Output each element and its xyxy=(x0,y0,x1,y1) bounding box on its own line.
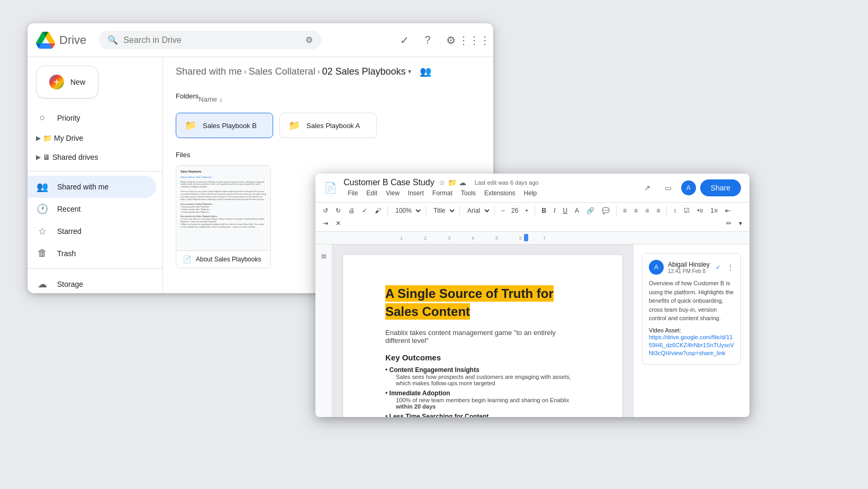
clear-format-btn[interactable]: ✕ xyxy=(332,218,344,229)
bold-btn[interactable]: B xyxy=(538,205,549,216)
line-spacing-btn[interactable]: ↕ xyxy=(670,205,680,216)
file-preview: Sales Playbooks Hubspot Article: Sales P… xyxy=(176,166,270,250)
menu-format[interactable]: Format xyxy=(428,188,457,198)
paint-format-btn[interactable]: 🖌 xyxy=(372,205,384,216)
font-size-increase-btn[interactable]: + xyxy=(521,205,531,216)
checklist-btn[interactable]: ☑ xyxy=(681,205,693,216)
sidebar-item-shared-with-me[interactable]: 👥 Shared with me xyxy=(28,176,156,198)
color-btn[interactable]: A xyxy=(572,205,582,216)
move-doc-icon[interactable]: 📁 xyxy=(448,178,457,187)
comment-author: Abigail Hinsley xyxy=(668,261,710,268)
comment-header: A Abigail Hinsley 12:41 PM Feb 8 ✓ ⋮ xyxy=(649,260,734,275)
sidebar-divider xyxy=(28,171,162,171)
toolbar-sep-1 xyxy=(387,205,388,216)
menu-view[interactable]: View xyxy=(382,188,404,198)
expand-toolbar-btn[interactable]: ▾ xyxy=(736,218,745,229)
italic-btn[interactable]: I xyxy=(550,205,558,216)
file-preview-content: Sales Playbooks Hubspot Article: Sales P… xyxy=(180,170,266,229)
doc-page-margin-indicator: ▤ xyxy=(315,245,332,417)
dropdown-icon[interactable]: ▾ xyxy=(408,68,411,75)
font-select[interactable]: Arial xyxy=(463,205,491,216)
align-right-btn[interactable]: ≡ xyxy=(642,205,652,216)
underline-btn[interactable]: U xyxy=(559,205,571,216)
sidebar-item-storage[interactable]: ☁ Storage xyxy=(28,273,156,293)
comment-btn[interactable]: 💬 xyxy=(599,205,613,216)
help-icon-btn[interactable]: ? xyxy=(417,30,438,51)
font-size-decrease-btn[interactable]: − xyxy=(498,205,508,216)
search-bar[interactable]: 🔍 ⚙ xyxy=(99,31,321,49)
toolbar-sep-3 xyxy=(459,205,460,216)
sidebar-item-recent[interactable]: 🕐 Recent xyxy=(28,198,156,220)
decrease-indent-btn[interactable]: ⇤ xyxy=(722,205,734,216)
toolbar-sep-6 xyxy=(616,205,617,216)
my-drive-icon: 📁 xyxy=(43,134,52,142)
menu-tools[interactable]: Tools xyxy=(457,188,480,198)
sort-control[interactable]: Name ↓ xyxy=(198,95,222,103)
zoom-select[interactable]: 100% xyxy=(391,205,422,216)
doc-type-icon: 📄 xyxy=(183,255,192,264)
align-left-btn[interactable]: ≡ xyxy=(620,205,630,216)
suggest-edits-btn[interactable]: ✏ xyxy=(723,218,735,229)
share-breadcrumb-icon[interactable]: 👥 xyxy=(420,66,431,77)
share-button[interactable]: Share xyxy=(700,179,741,196)
search-input[interactable] xyxy=(123,35,300,45)
bullet-list-btn[interactable]: •≡ xyxy=(694,205,706,216)
tasks-icon-btn[interactable]: ✓ xyxy=(394,30,415,51)
file-card-0[interactable]: Sales Playbooks Hubspot Article: Sales P… xyxy=(176,165,271,268)
doc-expand-btn[interactable]: ↗ xyxy=(639,179,656,196)
toolbar-sep-4 xyxy=(494,205,495,216)
doc-pages[interactable]: A Single Source of Truth for Sales Conte… xyxy=(332,245,633,417)
menu-edit[interactable]: Edit xyxy=(362,188,382,198)
sidebar-item-trash[interactable]: 🗑 Trash xyxy=(28,242,156,264)
doc-subtitle: Enablix takes content management game "t… xyxy=(385,329,580,345)
apps-icon-btn[interactable]: ⋮⋮⋮ xyxy=(464,30,485,51)
sidebar-item-priority[interactable]: ○ Priority xyxy=(28,107,156,129)
sidebar-item-starred[interactable]: ☆ Starred xyxy=(28,220,156,242)
doc-page: A Single Source of Truth for Sales Conte… xyxy=(343,255,622,417)
new-button[interactable]: + New xyxy=(36,66,98,98)
undo-btn[interactable]: ↺ xyxy=(320,205,331,216)
comment-video-label: Video Asset: xyxy=(649,327,734,333)
link-btn[interactable]: 🔗 xyxy=(583,205,598,216)
print-btn[interactable]: 🖨 xyxy=(345,205,358,216)
drive-header: Drive 🔍 ⚙ ✓ ? ⚙ ⋮⋮⋮ xyxy=(28,23,493,57)
comment-resolve-btn[interactable]: ✓ xyxy=(716,264,720,271)
filter-icon[interactable]: ⚙ xyxy=(305,35,313,45)
doc-heading-block: A Single Source of Truth for Sales Conte… xyxy=(385,285,580,320)
menu-extensions[interactable]: Extensions xyxy=(480,188,520,198)
breadcrumb-sep-2: › xyxy=(318,67,320,76)
chevron-icon: ▶ xyxy=(36,134,41,142)
sidebar-item-shared-drives[interactable]: ▶ 🖥 Shared drives xyxy=(28,148,162,167)
star-doc-icon[interactable]: ☆ xyxy=(439,178,446,187)
folder-card-1[interactable]: 📁 Sales Playbook A xyxy=(279,113,377,138)
menu-insert[interactable]: Insert xyxy=(404,188,428,198)
doc-menu: File Edit View Insert Format Tools Exten… xyxy=(343,188,632,198)
folder-icon: 📁 xyxy=(185,120,196,131)
shared-drives-icon: 🖥 xyxy=(43,153,50,161)
menu-help[interactable]: Help xyxy=(520,188,541,198)
spellcheck-btn[interactable]: ✓ xyxy=(359,205,370,216)
files-section-title: Files xyxy=(176,151,481,159)
header-actions: ✓ ? ⚙ ⋮⋮⋮ xyxy=(394,30,485,51)
comment-more-btn[interactable]: ⋮ xyxy=(727,263,734,271)
folder-card-0[interactable]: 📁 Sales Playbook B xyxy=(176,113,273,138)
breadcrumb-sales-collateral[interactable]: Sales Collateral xyxy=(249,66,315,77)
menu-file[interactable]: File xyxy=(343,188,362,198)
increase-indent-btn[interactable]: ⇥ xyxy=(320,218,331,229)
breadcrumb-shared-with-me[interactable]: Shared with me xyxy=(176,66,242,77)
align-center-btn[interactable]: ≡ xyxy=(631,205,641,216)
comment-card: A Abigail Hinsley 12:41 PM Feb 8 ✓ ⋮ Ove… xyxy=(642,253,741,365)
redo-btn[interactable]: ↻ xyxy=(332,205,344,216)
comment-link[interactable]: https://drive.google.com/file/d/1159H6_d… xyxy=(649,333,734,358)
file-info: 📄 About Sales Playbooks xyxy=(176,250,270,268)
doc-header-right: ↗ ▭ A Share xyxy=(639,179,741,196)
doc-status-icon[interactable]: ☁ xyxy=(459,178,466,187)
drive-logo-icon xyxy=(36,31,55,50)
style-select[interactable]: Title xyxy=(429,205,456,216)
numbered-list-btn[interactable]: 1≡ xyxy=(707,205,721,216)
ruler-handle[interactable] xyxy=(524,234,528,241)
doc-present-btn[interactable]: ▭ xyxy=(660,179,677,196)
align-justify-btn[interactable]: ≡ xyxy=(653,205,663,216)
sidebar-item-my-drive[interactable]: ▶ 📁 My Drive xyxy=(28,129,162,148)
doc-title-row: Customer B Case Study ☆ 📁 ☁ Last edit wa… xyxy=(343,178,632,187)
